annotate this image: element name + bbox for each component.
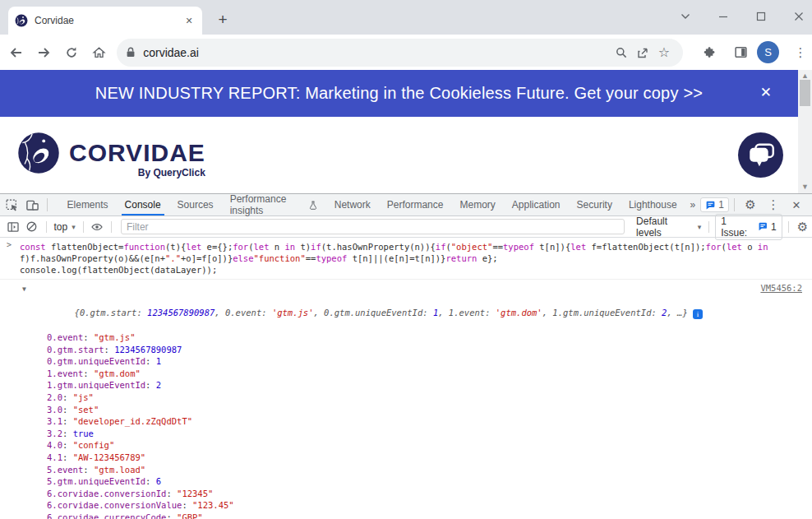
console-context-selector[interactable]: top ▾ [51,221,79,233]
property-value: "config" [73,440,115,450]
object-property-row: 0.gtm.uniqueEventId: 1 [33,355,805,368]
scrollbar-down-icon[interactable]: ▼ [801,183,809,191]
banner-close-icon[interactable]: ✕ [760,84,772,101]
object-property-row: 0.event: "gtm.js" [33,331,805,344]
devtools-menu-icon[interactable]: ⋮ [763,194,784,215]
property-value: "GBP" [177,512,203,519]
devtools-tab-label: Elements [67,199,108,211]
devtools-tab-label: Lighthouse [629,199,677,211]
property-key: 3.2 [47,429,62,438]
devtools-tab-lighthouse[interactable]: Lighthouse [621,194,685,215]
scrollbar-up-icon[interactable]: ▲ [801,72,809,80]
corvidae-logo[interactable]: CORVIDAE By QueryClick [16,131,205,178]
device-toolbar-icon[interactable] [22,194,43,215]
devtools-settings-icon[interactable]: ⚙ [740,194,761,215]
console-filter-input[interactable] [121,219,625,234]
tab-title: Corvidae [35,15,182,26]
devtools-tab-label: Application [512,199,561,211]
new-tab-button[interactable]: + [212,9,233,30]
promo-banner[interactable]: NEW INDUSTRY REPORT: Marketing in the Co… [0,70,798,117]
flask-icon [308,200,318,211]
property-value: "developer_id.zZqQdDtT" [73,416,192,426]
window-close-button[interactable] [791,8,807,25]
property-key: 3.0 [47,405,62,415]
devtools-close-icon[interactable]: ✕ [786,194,807,215]
object-property-row: 3.1: "developer_id.zZqQdDtT" [33,415,805,428]
devtools-tab-label: Security [577,199,612,211]
live-expression-eye-icon[interactable] [88,217,107,237]
property-key: 0.gtm.uniqueEventId [47,356,145,366]
clear-console-icon[interactable] [22,217,41,237]
browser-toolbar: corvidae.ai ☆ S ⋮ [0,35,812,70]
forward-button[interactable] [33,41,56,64]
property-value: 1 [156,356,161,366]
devtools-tab-elements[interactable]: Elements [59,194,117,215]
devtools-panel: ElementsConsoleSourcesPerformance insigh… [0,193,812,519]
devtools-tab-performance[interactable]: Performance [379,194,452,215]
property-value: "gtm.dom" [94,368,141,378]
browser-menu-icon[interactable]: ⋮ [789,41,812,64]
share-icon[interactable] [632,42,653,63]
collapse-triangle-icon[interactable]: ▼ [22,283,26,295]
log-levels-selector[interactable]: Default levels ▾ [633,215,704,239]
devtools-tab-security[interactable]: Security [569,194,621,215]
property-key: 1.gtm.uniqueEventId [47,380,145,390]
object-property-row: 4.1: "AW-123456789" [33,452,805,464]
property-key: 6.corvidae.conversionValue [47,500,182,510]
source-link[interactable]: VM5456:2 [760,283,802,293]
console-issues-button[interactable]: 1 Issue: 1 [715,214,782,240]
window-chevron-button[interactable] [677,8,694,25]
profile-avatar[interactable]: S [757,41,779,63]
object-property-row: 6.corvidae.conversionValue: "123.45" [33,499,805,512]
property-value: "js" [73,392,94,402]
chat-widget-button[interactable] [737,132,784,178]
property-key: 6.corvidae.conversionId [47,489,166,498]
devtools-tabbar-tabs: ElementsConsoleSourcesPerformance insigh… [59,194,685,215]
scrollbar-thumb[interactable] [800,80,810,106]
page-scrollbar[interactable]: ▲ ▼ [798,70,812,193]
info-badge-icon[interactable]: i [693,309,703,319]
console-input-chevron-icon: > [7,240,12,249]
favicon-corvidae [15,14,28,27]
search-icon[interactable] [611,42,632,63]
console-sidebar-toggle-icon[interactable] [3,217,22,237]
object-preview[interactable]: ▼ {0.gtm.start: 1234567890987, 0.event: … [33,282,805,331]
devtools-tab-label: Performance insights [230,193,305,216]
chevron-down-icon: ▾ [698,223,702,231]
reload-button[interactable] [60,41,83,64]
promo-banner-text[interactable]: NEW INDUSTRY REPORT: Marketing in the Co… [95,84,703,103]
extensions-icon[interactable] [696,41,719,64]
property-key: 5.gtm.uniqueEventId [47,476,145,486]
window-minimize-button[interactable] [715,8,731,25]
object-property-row: 6.corvidae.currencyCode: "GBP" [33,512,805,519]
tabbar-issue-count: 1 [718,199,724,211]
property-key: 6.corvidae.currencyCode [47,512,166,519]
home-button[interactable] [88,41,111,64]
devtools-tab-label: Network [334,199,371,211]
property-value: "12345" [177,489,213,498]
devtools-tab-network[interactable]: Network [326,194,379,215]
bookmark-star-icon[interactable]: ☆ [653,42,675,63]
devtools-tab-performance-insights[interactable]: Performance insights [222,194,326,215]
object-property-row: 5.event: "gtm.load" [33,464,805,476]
devtools-tab-sources[interactable]: Sources [169,194,222,215]
more-tabs-button[interactable]: » [685,199,701,211]
object-property-row: 2.0: "js" [33,392,805,404]
devtools-tab-application[interactable]: Application [504,194,569,215]
back-button[interactable] [5,41,28,64]
tab-close-button[interactable]: ✕ [182,14,196,27]
devtools-tab-memory[interactable]: Memory [451,194,503,215]
devtools-tab-console[interactable]: Console [117,194,169,215]
object-property-row: 5.gtm.uniqueEventId: 6 [33,475,805,488]
browser-tab-corvidae[interactable]: Corvidae ✕ [8,7,202,35]
inspect-element-icon[interactable] [2,194,22,215]
object-property-row: 0.gtm.start: 1234567890987 [33,344,805,356]
address-bar[interactable]: corvidae.ai ☆ [117,39,683,67]
window-maximize-button[interactable] [753,8,769,25]
console-settings-icon[interactable]: ⚙ [793,217,812,237]
devtools-tab-label: Memory [459,199,495,211]
side-panel-icon[interactable] [729,41,752,64]
issue-count: 1 [771,221,777,233]
property-value: true [73,429,94,438]
tabbar-issues-button[interactable]: 1 [700,197,729,212]
